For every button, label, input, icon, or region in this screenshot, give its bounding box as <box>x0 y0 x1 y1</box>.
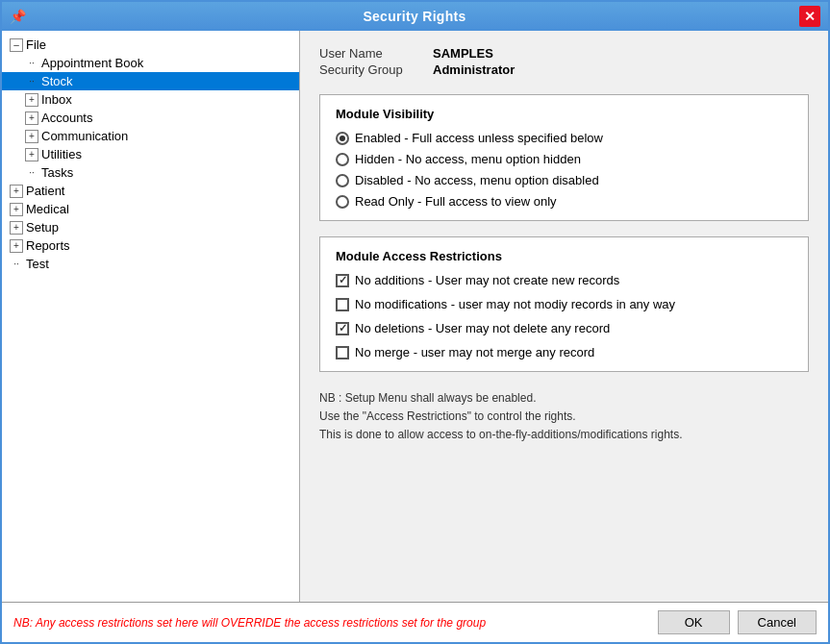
expander-file[interactable]: – <box>10 38 23 52</box>
tree-item-communication[interactable]: + Communication <box>2 127 299 145</box>
tree-item-appointment-book[interactable]: ·· Appointment Book <box>2 54 299 72</box>
radio-hidden[interactable]: Hidden - No access, menu option hidden <box>336 152 792 166</box>
bottom-buttons: OK Cancel <box>658 610 817 634</box>
expander-inbox[interactable]: + <box>25 93 38 107</box>
checkbox-label-no-deletions: No deletions - User may not delete any r… <box>355 321 610 335</box>
radio-readonly[interactable]: Read Only - Full access to view only <box>336 194 792 209</box>
tree-label-setup: Setup <box>26 220 59 235</box>
user-info: User Name SAMPLES Security Group Adminis… <box>319 46 809 79</box>
tree-label-stock: Stock <box>41 74 73 88</box>
radio-label-enabled: Enabled - Full access unless specified b… <box>355 131 603 145</box>
checkbox-box-no-deletions[interactable] <box>336 322 349 335</box>
tree-item-reports[interactable]: + Reports <box>2 236 299 255</box>
tree-item-tasks[interactable]: ·· Tasks <box>2 163 299 182</box>
checkbox-box-no-additions[interactable] <box>336 274 349 287</box>
expander-setup[interactable]: + <box>10 221 23 235</box>
radio-label-readonly: Read Only - Full access to view only <box>355 194 557 209</box>
radio-circle-enabled[interactable] <box>336 132 349 145</box>
user-name-label: User Name <box>319 46 425 61</box>
ok-button[interactable]: OK <box>658 610 730 634</box>
user-name-row: User Name SAMPLES <box>319 46 809 61</box>
tree-item-test[interactable]: ·· Test <box>2 255 299 273</box>
expander-placeholder-tasks: ·· <box>25 166 38 180</box>
module-access-section: Module Access Restrictions No additions … <box>319 236 809 372</box>
tree-label-communication: Communication <box>41 129 128 143</box>
checkbox-no-deletions[interactable]: No deletions - User may not delete any r… <box>336 321 792 335</box>
tree-item-file[interactable]: – File <box>2 36 299 54</box>
module-access-title: Module Access Restrictions <box>336 249 792 263</box>
bottom-bar: NB: Any access restrictions set here wil… <box>2 602 828 642</box>
checkbox-label-no-additions: No additions - User may not create new r… <box>355 273 619 287</box>
tree-item-setup[interactable]: + Setup <box>2 218 299 236</box>
bottom-warning-text: NB: Any access restrictions set here wil… <box>13 616 486 630</box>
tree-label-utilities: Utilities <box>41 147 82 161</box>
nb-line1: NB : Setup Menu shall always be enabled. <box>319 389 809 408</box>
checkbox-label-no-merge: No merge - user may not merge any record <box>355 345 594 359</box>
tree-label-medical: Medical <box>26 202 69 216</box>
checkbox-box-no-modifications[interactable] <box>336 298 349 311</box>
tree-item-accounts[interactable]: + Accounts <box>2 109 299 127</box>
checkbox-label-no-modifications: No modifications - user may not modiy re… <box>355 297 675 311</box>
radio-group-visibility: Enabled - Full access unless specified b… <box>336 131 792 209</box>
tree-label-appointment-book: Appointment Book <box>41 56 143 70</box>
tree-label-accounts: Accounts <box>41 111 92 125</box>
tree-item-medical[interactable]: + Medical <box>2 200 299 218</box>
expander-placeholder: ·· <box>25 57 38 70</box>
checkbox-no-modifications[interactable]: No modifications - user may not modiy re… <box>336 297 792 311</box>
tree-item-utilities[interactable]: + Utilities <box>2 145 299 163</box>
tree-label-tasks: Tasks <box>41 165 73 180</box>
radio-circle-readonly[interactable] <box>336 195 349 209</box>
checkbox-no-merge[interactable]: No merge - user may not merge any record <box>336 345 792 359</box>
expander-reports[interactable]: + <box>10 239 23 253</box>
user-name-value: SAMPLES <box>433 46 493 61</box>
expander-accounts[interactable]: + <box>25 111 38 125</box>
expander-placeholder-stock: ·· <box>25 75 38 88</box>
radio-label-disabled: Disabled - No access, menu option disabl… <box>355 173 599 187</box>
expander-patient[interactable]: + <box>10 185 23 198</box>
nb-line3: This is done to allow access to on-the-f… <box>319 426 809 444</box>
expander-utilities[interactable]: + <box>25 148 38 161</box>
tree-label-test: Test <box>26 257 49 271</box>
radio-label-hidden: Hidden - No access, menu option hidden <box>355 152 581 166</box>
close-button[interactable]: ✕ <box>799 6 820 27</box>
tree-label-inbox: Inbox <box>41 92 72 107</box>
nb-text-block: NB : Setup Menu shall always be enabled.… <box>319 389 809 445</box>
cancel-button[interactable]: Cancel <box>738 610 817 634</box>
tree-label-reports: Reports <box>26 238 70 253</box>
tree-panel: – File ·· Appointment Book ·· Stock + In… <box>2 31 300 602</box>
window-title: Security Rights <box>30 9 799 24</box>
checkbox-box-no-merge[interactable] <box>336 346 349 359</box>
tree-item-patient[interactable]: + Patient <box>2 182 299 200</box>
radio-disabled[interactable]: Disabled - No access, menu option disabl… <box>336 173 792 187</box>
radio-circle-disabled[interactable] <box>336 174 349 187</box>
security-group-label: Security Group <box>319 62 425 77</box>
tree-label-patient: Patient <box>26 184 64 198</box>
title-bar: 📌 Security Rights ✕ <box>2 2 828 31</box>
checkbox-group-access: No additions - User may not create new r… <box>336 273 792 359</box>
tree-item-stock[interactable]: ·· Stock <box>2 72 299 90</box>
pin-icon: 📌 <box>10 9 26 24</box>
nb-line2: Use the "Access Restrictions" to control… <box>319 408 809 426</box>
main-content: – File ·· Appointment Book ·· Stock + In… <box>2 31 828 602</box>
expander-medical[interactable]: + <box>10 203 23 216</box>
radio-enabled[interactable]: Enabled - Full access unless specified b… <box>336 131 792 145</box>
radio-circle-hidden[interactable] <box>336 153 349 166</box>
expander-placeholder-test: ·· <box>10 258 23 271</box>
expander-communication[interactable]: + <box>25 130 38 143</box>
right-panel: User Name SAMPLES Security Group Adminis… <box>300 31 828 602</box>
module-visibility-title: Module Visibility <box>336 107 792 121</box>
security-group-row: Security Group Administrator <box>319 62 809 77</box>
tree-item-inbox[interactable]: + Inbox <box>2 90 299 109</box>
module-visibility-section: Module Visibility Enabled - Full access … <box>319 94 809 221</box>
security-rights-window: 📌 Security Rights ✕ – File ·· Appointmen… <box>0 0 830 644</box>
security-group-value: Administrator <box>433 62 515 77</box>
checkbox-no-additions[interactable]: No additions - User may not create new r… <box>336 273 792 287</box>
tree-label-file: File <box>26 37 46 52</box>
